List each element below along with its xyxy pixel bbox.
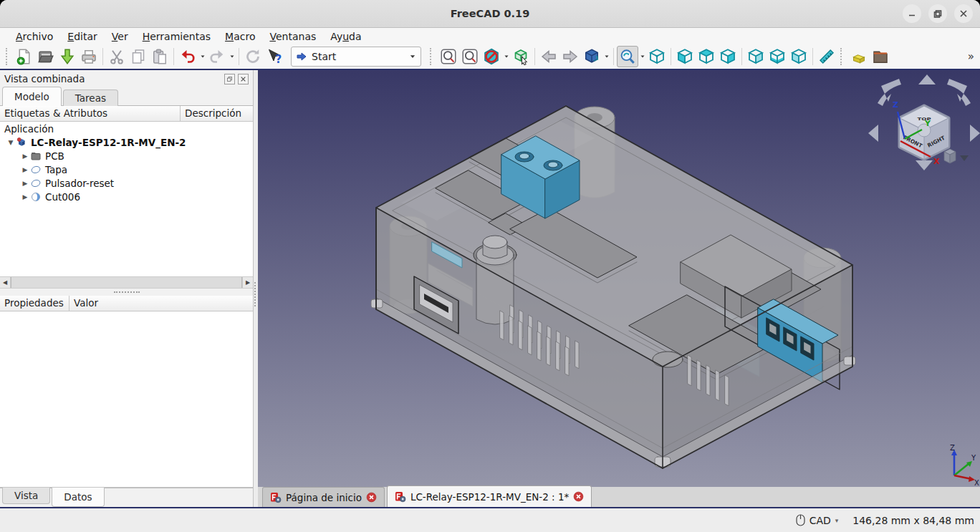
redo-dropdown[interactable]	[228, 46, 236, 67]
maximize-button[interactable]	[928, 4, 947, 23]
tree-item-tapa[interactable]: ▶Tapa	[0, 163, 253, 176]
undo-button[interactable]	[177, 46, 198, 67]
toolbar-drag-handle[interactable]	[6, 48, 11, 65]
document-tab[interactable]: Página de inicio	[262, 487, 385, 507]
tree-item-aplicaci-n[interactable]: Aplicación	[0, 122, 253, 135]
tree-item-pcb[interactable]: ▶PCB	[0, 149, 253, 163]
tree-item-label: PCB	[45, 150, 64, 162]
menu-ventanas[interactable]: Ventanas	[262, 30, 323, 43]
fit-all-button[interactable]	[438, 46, 459, 67]
clipping-plane-dropdown[interactable]	[502, 46, 510, 67]
value-column-header[interactable]: Valor	[69, 296, 253, 311]
tree-horizontal-scrollbar[interactable]: ◀ ▶	[0, 276, 253, 289]
toolbar-drag-handle[interactable]	[430, 48, 435, 65]
panel-splitter[interactable]	[0, 289, 253, 296]
expand-arrow-icon[interactable]: ▶	[20, 153, 30, 160]
create-part-button[interactable]	[848, 46, 870, 67]
menu-archivo[interactable]: Archivo	[9, 30, 60, 43]
tab-modelo[interactable]: Modelo	[2, 87, 62, 106]
expand-arrow-icon[interactable]: ▶	[20, 193, 30, 200]
view-front-button[interactable]	[674, 46, 696, 67]
scroll-right-button[interactable]: ▶	[242, 277, 253, 288]
panel-float-button[interactable]	[224, 74, 235, 84]
redo-icon	[208, 48, 226, 65]
navigate-forward-button[interactable]	[559, 46, 581, 67]
tree-header-description[interactable]: Descripción	[181, 106, 253, 121]
panel-close-button[interactable]	[238, 74, 249, 84]
properties-column-header[interactable]: Propiedades	[0, 296, 69, 311]
tab-vista[interactable]: Vista	[2, 488, 50, 504]
view-rear-button[interactable]	[745, 46, 767, 67]
collapse-arrow-icon[interactable]: ▼	[6, 139, 16, 146]
nav-axis-x-label: X	[933, 157, 940, 166]
paste-button[interactable]	[149, 46, 170, 67]
view-right-button[interactable]	[717, 46, 739, 67]
axonometric-views-dropdown[interactable]	[602, 46, 610, 67]
menu-macro[interactable]: Macro	[218, 30, 262, 43]
clipping-plane-button[interactable]	[481, 46, 502, 67]
menu-ayuda[interactable]: Ayuda	[323, 30, 368, 43]
new-document-button[interactable]	[14, 46, 35, 67]
tab-tareas[interactable]: Tareas	[63, 90, 118, 106]
nav-axis-z-label: Z	[893, 100, 898, 110]
tree-header-labels[interactable]: Etiquetas & Atributos	[0, 106, 181, 121]
nav-cube-body[interactable]: TOP FRONT RIGHT	[900, 106, 948, 159]
axonometric-views-button[interactable]	[581, 46, 602, 67]
document-tab-label: Página de inicio	[286, 492, 362, 503]
expand-arrow-icon[interactable]: ▶	[20, 180, 30, 187]
cut-icon	[108, 48, 125, 65]
whats-this-button[interactable]	[264, 46, 285, 67]
fit-selection-button[interactable]	[459, 46, 481, 67]
menu-ver[interactable]: Ver	[105, 30, 135, 43]
panel-titlebar[interactable]: Vista combinada	[0, 70, 253, 87]
navigate-back-button[interactable]	[538, 46, 559, 67]
cube-top-icon	[698, 48, 715, 65]
menu-herramientas[interactable]: Herramientas	[135, 30, 218, 43]
menu-editar[interactable]: Editar	[60, 30, 104, 43]
create-group-button[interactable]	[870, 46, 891, 67]
toolbar-separator	[812, 48, 813, 65]
refresh-button[interactable]	[242, 46, 264, 67]
zoom-fit-dropdown[interactable]	[638, 46, 646, 67]
toolbar-drag-handle[interactable]	[840, 48, 845, 65]
expand-arrow-icon[interactable]: ▶	[20, 166, 30, 173]
scrollbar-thumb[interactable]	[11, 277, 242, 288]
navigation-style-dropdown-icon[interactable]: ▾	[835, 517, 839, 524]
navigation-style-selector[interactable]: CAD	[810, 515, 831, 526]
minimize-button[interactable]	[903, 4, 921, 23]
part-icon	[30, 178, 42, 189]
scroll-left-button[interactable]: ◀	[0, 277, 11, 288]
paste-icon	[151, 48, 168, 65]
toolbar-overflow-button[interactable]: »	[968, 50, 974, 63]
zoom-fit-button[interactable]	[617, 46, 638, 67]
redo-button[interactable]	[206, 46, 228, 67]
tree-item-cut006[interactable]: ▶Cut006	[0, 190, 253, 203]
copy-button[interactable]	[128, 46, 149, 67]
close-button[interactable]	[954, 4, 973, 23]
reset-button	[476, 236, 514, 324]
tab-datos[interactable]: Datos	[52, 488, 104, 507]
save-document-button[interactable]	[57, 46, 78, 67]
print-icon	[80, 48, 97, 65]
cut-icon	[30, 191, 42, 203]
open-document-button[interactable]	[35, 46, 57, 67]
box-selection-button[interactable]	[510, 46, 532, 67]
3d-viewport[interactable]: TOP FRONT RIGHT Z Y X	[258, 70, 980, 487]
cut-button[interactable]	[106, 46, 128, 67]
view-top-button[interactable]	[696, 46, 717, 67]
measure-distance-button[interactable]	[816, 46, 837, 67]
properties-editor[interactable]	[0, 311, 253, 488]
print-button[interactable]	[78, 46, 100, 67]
view-left-button[interactable]	[788, 46, 810, 67]
titlebar[interactable]: FreeCAD 0.19	[0, 0, 980, 28]
tree-item-lc-relay-esp12-1r-mv-en-2[interactable]: ▼LC-Relay-ESP12-1R-MV_EN-2	[0, 135, 253, 149]
close-tab-icon[interactable]	[366, 492, 377, 503]
undo-dropdown[interactable]	[198, 46, 206, 67]
axonometric-button[interactable]	[646, 46, 668, 67]
document-tab[interactable]: LC-Relay-ESP12-1R-MV_EN-2 : 1*	[387, 485, 592, 507]
fit-zoom-icon	[619, 48, 636, 65]
tree-item-pulsador-reset[interactable]: ▶Pulsador-reset	[0, 176, 253, 190]
close-tab-icon[interactable]	[573, 491, 584, 502]
workbench-selector[interactable]: Start	[291, 47, 421, 67]
view-bottom-button[interactable]	[767, 46, 788, 67]
